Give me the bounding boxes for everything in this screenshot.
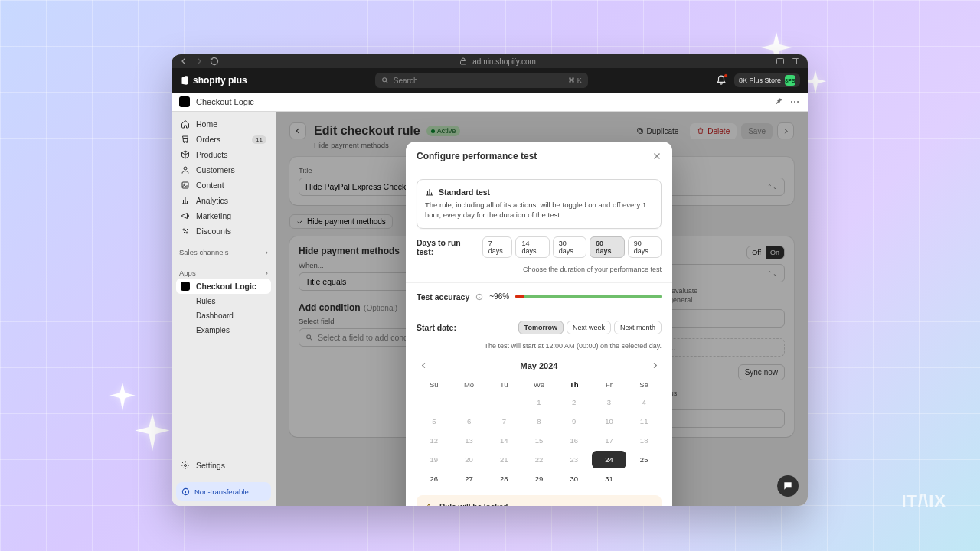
svg-point-11 xyxy=(186,232,188,233)
sidebar-subitem-rules[interactable]: Rules xyxy=(176,294,271,308)
app-window: admin.shopify.com shopify plus Search ⌘ … xyxy=(172,54,808,506)
calendar-day-1: 1 xyxy=(521,393,557,411)
pin-icon[interactable] xyxy=(774,96,783,107)
calendar-day-24[interactable]: 24 xyxy=(592,451,627,468)
store-switcher[interactable]: 8K Plus Store 8PS xyxy=(734,73,800,87)
calendar-day-27[interactable]: 27 xyxy=(452,470,487,487)
days-option-7days[interactable]: 7 days xyxy=(482,236,513,258)
calendar-day-4: 4 xyxy=(626,393,662,411)
calendar-day-9: 9 xyxy=(557,412,592,430)
dow-su: Su xyxy=(416,377,452,392)
lock-warning: Rule will be locked This rule will be lo… xyxy=(416,495,662,506)
search-kbd: ⌘ K xyxy=(568,77,582,84)
sidebar-item-content[interactable]: Content xyxy=(176,178,271,193)
svg-point-3 xyxy=(382,78,386,82)
analytics-icon xyxy=(181,196,190,205)
calendar-day-10: 10 xyxy=(592,412,627,430)
dow-mo: Mo xyxy=(452,377,487,392)
svg-point-4 xyxy=(791,101,792,103)
lock-icon xyxy=(459,57,468,66)
sidebar-item-analytics[interactable]: Analytics xyxy=(176,193,271,208)
discounts-icon xyxy=(181,227,190,236)
next-month-button[interactable] xyxy=(649,360,660,371)
calendar-day-11: 11 xyxy=(626,412,662,430)
start-option-next-week[interactable]: Next week xyxy=(567,321,611,334)
close-icon[interactable] xyxy=(652,152,662,161)
non-transferable-banner: Non-transferable xyxy=(176,482,271,501)
calendar-day-5: 5 xyxy=(416,412,452,430)
calendar-day-6: 6 xyxy=(452,412,487,430)
calendar-day-31[interactable]: 31 xyxy=(592,470,627,487)
days-option-90days[interactable]: 90 days xyxy=(628,236,662,258)
more-icon[interactable] xyxy=(789,96,800,107)
sidebar-app-checkout-logic[interactable]: Checkout Logic xyxy=(176,279,271,294)
sidebar-item-settings[interactable]: Settings xyxy=(176,458,271,473)
calendar-day-15: 15 xyxy=(521,432,557,449)
dow-fr: Fr xyxy=(592,377,627,392)
sidebar-item-discounts[interactable]: Discounts xyxy=(176,223,271,239)
search-input[interactable]: Search ⌘ K xyxy=(375,73,588,88)
calendar-day-17: 17 xyxy=(592,432,627,449)
standard-test-option[interactable]: Standard test The rule, including all of… xyxy=(416,179,662,229)
calendar: May 2024 SuMoTuWeThFrSa 1234567891011121… xyxy=(416,357,662,487)
avatar: 8PS xyxy=(785,75,795,86)
notifications-icon[interactable] xyxy=(716,75,727,86)
sales-channels-header[interactable]: Sales channels › xyxy=(172,243,276,258)
calendar-day-26[interactable]: 26 xyxy=(416,470,452,487)
chevron-right-icon: › xyxy=(266,269,268,277)
days-option-60days[interactable]: 60 days xyxy=(590,236,625,258)
home-icon xyxy=(181,119,190,129)
calendar-day-30[interactable]: 30 xyxy=(557,470,592,487)
sidebar-icon[interactable] xyxy=(791,57,800,66)
info-icon[interactable] xyxy=(475,293,483,301)
svg-rect-1 xyxy=(777,59,784,64)
url: admin.shopify.com xyxy=(472,57,536,66)
app-title: Checkout Logic xyxy=(196,97,254,106)
forward-icon[interactable] xyxy=(194,57,204,66)
panel-icon[interactable] xyxy=(776,57,785,66)
calendar-day-28[interactable]: 28 xyxy=(486,470,521,487)
chat-button[interactable] xyxy=(777,475,799,497)
chevron-right-icon: › xyxy=(266,248,268,256)
sidebar-item-home[interactable]: Home xyxy=(176,116,271,132)
calendar-day-14: 14 xyxy=(486,432,521,449)
calendar-day-7: 7 xyxy=(486,412,521,430)
sidebar-item-customers[interactable]: Customers xyxy=(176,162,271,178)
svg-point-6 xyxy=(797,101,799,103)
sidebar-item-marketing[interactable]: Marketing xyxy=(176,208,271,223)
days-option-14days[interactable]: 14 days xyxy=(515,236,549,258)
app-header: Checkout Logic xyxy=(172,93,808,112)
topbar: shopify plus Search ⌘ K 8K Plus Store 8P… xyxy=(172,68,808,93)
app-dot-icon xyxy=(181,282,190,291)
calendar-day-23: 23 xyxy=(557,451,592,468)
orders-icon xyxy=(181,135,190,144)
apps-header[interactable]: Apps › xyxy=(172,264,276,279)
calendar-day-12: 12 xyxy=(416,432,452,449)
sidebar-subitem-examples[interactable]: Examples xyxy=(176,323,271,337)
svg-rect-2 xyxy=(792,59,799,64)
search-icon xyxy=(381,77,389,84)
browser-chrome: admin.shopify.com xyxy=(172,54,808,68)
svg-point-10 xyxy=(183,229,185,230)
back-icon[interactable] xyxy=(179,57,188,66)
prev-month-button[interactable] xyxy=(418,360,429,371)
calendar-day-22: 22 xyxy=(521,451,557,468)
start-option-next-month[interactable]: Next month xyxy=(614,321,662,334)
svg-rect-8 xyxy=(182,182,188,188)
sidebar-item-products[interactable]: Products xyxy=(176,147,271,162)
sidebar-subitem-dashboard[interactable]: Dashboard xyxy=(176,308,271,323)
reload-icon[interactable] xyxy=(210,57,219,66)
badge: 11 xyxy=(252,135,266,144)
calendar-day-25[interactable]: 25 xyxy=(626,451,662,468)
calendar-day-19: 19 xyxy=(416,451,452,468)
content-icon xyxy=(181,181,190,190)
svg-rect-0 xyxy=(461,61,466,65)
start-option-tomorrow[interactable]: Tomorrow xyxy=(518,321,564,334)
calendar-day-16: 16 xyxy=(557,432,592,449)
performance-test-modal: Configure performance test Standard test… xyxy=(406,142,672,506)
sidebar-item-orders[interactable]: Orders11 xyxy=(176,132,271,147)
calendar-day-29[interactable]: 29 xyxy=(521,470,557,487)
chart-icon xyxy=(425,187,434,197)
days-option-30days[interactable]: 30 days xyxy=(553,236,586,258)
marketing-icon xyxy=(181,211,190,220)
